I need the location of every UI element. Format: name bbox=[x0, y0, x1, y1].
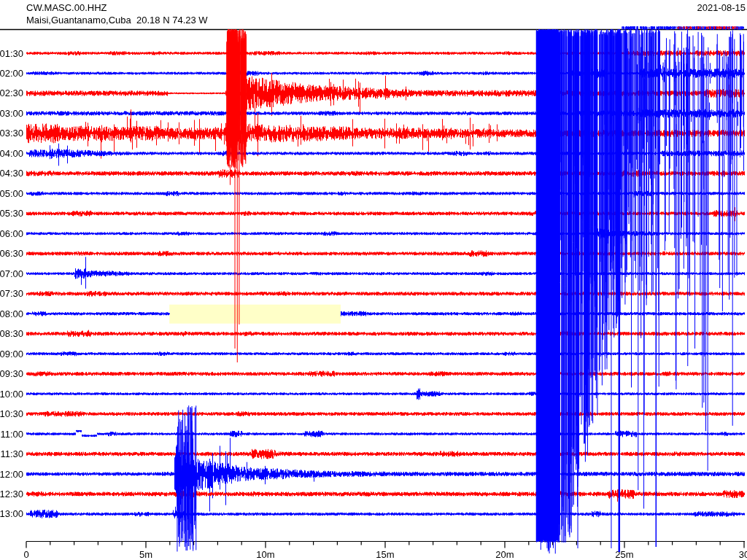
station-location: Maisi,Guantanamo,Cuba 20.18 N 74.23 W bbox=[26, 15, 208, 26]
helicorder-plot-canvas bbox=[0, 0, 747, 560]
plot-date: 2021-08-15 bbox=[697, 2, 746, 13]
station-id: CW.MASC.00.HHZ bbox=[26, 2, 107, 13]
helicorder-page: CW.MASC.00.HHZ Maisi,Guantanamo,Cuba 20.… bbox=[0, 0, 747, 560]
